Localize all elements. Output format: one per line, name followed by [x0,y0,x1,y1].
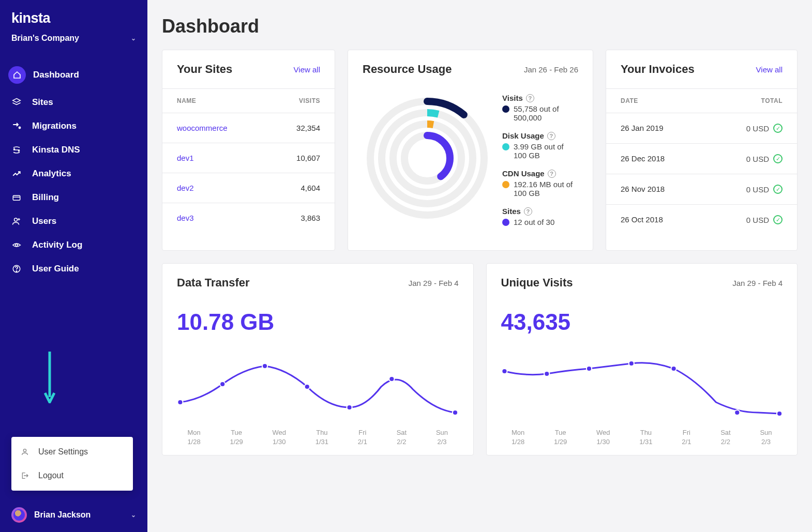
svg-point-0 [19,127,21,129]
house-icon [12,71,22,79]
sidebar-item-label: Users [32,216,56,226]
svg-point-27 [586,366,591,371]
sidebar-item-billing[interactable]: Billing [0,186,147,209]
site-link[interactable]: dev1 [177,154,194,162]
popup-item-label: User Settings [38,447,88,457]
sidebar-item-activity[interactable]: Activity Log [0,233,147,257]
legend-item-cdn: CDN Usage? 192.16 MB out of 100 GB [502,169,578,197]
svg-point-22 [347,405,352,410]
invoices-card: Your Invoices View all DATE TOTAL 26 Jan… [606,50,798,251]
svg-point-20 [262,363,267,369]
svg-point-21 [305,384,310,389]
visits-value: 43,635 [487,302,798,335]
transfer-value: 10.78 GB [162,302,473,335]
invoice-total: 0 USD [746,155,769,163]
chevron-down-icon: ⌄ [131,511,136,519]
help-icon[interactable]: ? [548,170,556,178]
sidebar-item-sites[interactable]: Sites [0,90,147,114]
site-visits: 3,863 [300,214,320,222]
svg-point-31 [776,411,781,416]
svg-point-7 [16,271,17,272]
user-menu-toggle[interactable]: Brian Jackson ⌄ [0,498,147,532]
card-title: Your Sites [177,63,232,76]
svg-point-26 [544,371,549,376]
sidebar-item-dns[interactable]: Kinsta DNS [0,138,147,162]
migrate-icon [11,121,22,131]
table-row[interactable]: 26 Oct 20180 USD✓ [606,205,797,235]
svg-point-18 [177,400,183,405]
sidebar-item-label: User Guide [32,264,79,274]
check-icon: ✓ [773,124,783,133]
svg-point-30 [734,410,740,415]
resource-legend: Visits? 55,758 out of 500,000 Disk Usage… [502,94,578,236]
table-row: dev33,863 [162,203,335,233]
user-name: Brian Jackson [34,510,91,520]
sidebar-item-label: Analytics [32,169,71,179]
table-row: dev24,604 [162,173,335,203]
table-row: woocommerce32,354 [162,113,335,143]
chart-axis: Mon1/28 Tue1/29 Wed1/30 Thu1/31 Fri2/1 S… [162,428,473,455]
invoice-total: 0 USD [746,124,769,133]
company-selector[interactable]: Brian's Company ⌄ [0,31,147,54]
analytics-icon [11,169,22,178]
avatar [11,507,27,523]
legend-dot [502,219,509,226]
card-title: Data Transfer [177,276,250,290]
sidebar-item-guide[interactable]: User Guide [0,257,147,281]
svg-point-10 [370,101,484,215]
help-icon[interactable]: ? [524,207,532,216]
svg-point-29 [671,366,676,371]
svg-point-24 [453,410,458,415]
table-row[interactable]: 26 Nov 20180 USD✓ [606,174,797,205]
sidebar-item-label: Activity Log [32,240,82,250]
help-icon[interactable]: ? [526,94,534,102]
date-range: Jan 26 - Feb 26 [524,65,578,74]
date-range: Jan 29 - Feb 4 [409,279,459,287]
help-icon[interactable]: ? [547,132,555,140]
site-link[interactable]: woocommerce [177,124,228,132]
transfer-chart [162,335,473,428]
invoice-date: 26 Oct 2018 [621,215,663,224]
card-title: Resource Usage [363,63,452,76]
user-settings-item[interactable]: User Settings [11,440,133,464]
view-all-invoices-link[interactable]: View all [756,65,783,74]
logout-item[interactable]: Logout [11,464,133,488]
col-header: VISITS [299,97,320,104]
svg-point-23 [389,376,394,382]
resource-radial-chart [363,94,492,223]
svg-rect-3 [13,195,20,200]
col-header: TOTAL [761,97,783,104]
users-icon [11,217,22,226]
svg-point-19 [220,382,225,387]
sidebar-item-dashboard[interactable]: Dashboard [0,59,147,90]
sidebar-item-analytics[interactable]: Analytics [0,162,147,186]
legend-dot [502,181,509,188]
legend-item-sites: Sites? 12 out of 30 [502,207,578,226]
col-header: NAME [177,97,196,104]
sidebar-item-migrations[interactable]: Migrations [0,114,147,138]
logout-icon [21,472,31,480]
transfer-card: Data Transfer Jan 29 - Feb 4 10.78 GB Mo… [162,263,474,455]
dns-icon [11,145,22,155]
main-content: Dashboard Your Sites View all NAME VISIT… [147,0,812,532]
svg-point-5 [16,244,18,247]
annotation-arrow [44,352,55,403]
legend-dot [502,143,509,150]
col-header: DATE [621,97,638,104]
svg-point-4 [14,218,18,221]
table-row[interactable]: 26 Dec 20180 USD✓ [606,144,797,174]
site-link[interactable]: dev3 [177,214,194,222]
sites-card: Your Sites View all NAME VISITS woocomme… [162,50,335,251]
svg-point-1 [13,148,14,149]
view-all-sites-link[interactable]: View all [294,65,320,74]
card-title: Your Invoices [621,63,695,76]
site-link[interactable]: dev2 [177,184,194,192]
user-icon [21,448,31,456]
billing-icon [11,193,22,202]
date-range: Jan 29 - Feb 4 [732,279,783,287]
sidebar-item-label: Kinsta DNS [32,145,80,155]
sidebar-item-users[interactable]: Users [0,209,147,233]
check-icon: ✓ [773,154,783,163]
table-row[interactable]: 26 Jan 20190 USD✓ [606,113,797,144]
invoice-total: 0 USD [746,216,769,224]
